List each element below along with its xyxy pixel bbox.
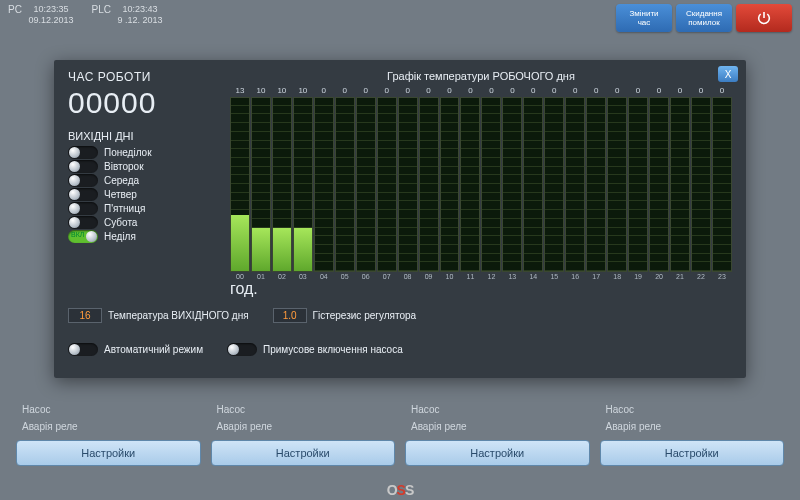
- bar-12[interactable]: [481, 97, 501, 272]
- day-toggle-6[interactable]: [68, 230, 98, 243]
- reset-errors-button[interactable]: Скидання помилок: [676, 4, 732, 32]
- hysteresis-value[interactable]: 1.0: [273, 308, 307, 323]
- bar-13[interactable]: [502, 97, 522, 272]
- bar-05[interactable]: [335, 97, 355, 272]
- day-label: Субота: [104, 217, 137, 228]
- bar-20[interactable]: [649, 97, 669, 272]
- day-label: Вівторок: [104, 161, 144, 172]
- day-toggle-0[interactable]: [68, 146, 98, 159]
- chart-title: Графік температури РОБОЧОГО дня: [230, 70, 732, 82]
- day-toggle-1[interactable]: [68, 160, 98, 173]
- pc-label: PC: [8, 4, 22, 15]
- schedule-modal: X ЧАС РОБОТИ 00000 ВИХІДНІ ДНІ Понеділок…: [54, 60, 746, 378]
- x-axis-unit: год.: [230, 280, 258, 297]
- bar-17[interactable]: [586, 97, 606, 272]
- bar-08[interactable]: [398, 97, 418, 272]
- day-toggle-5[interactable]: [68, 216, 98, 229]
- auto-mode-label: Автоматичний режим: [104, 344, 203, 355]
- plc-clock: PLC 10:23:439 .12. 2013: [91, 4, 162, 26]
- day-label: П'ятниця: [104, 203, 145, 214]
- bar-19[interactable]: [628, 97, 648, 272]
- bar-01[interactable]: [251, 97, 271, 272]
- bar-03[interactable]: [293, 97, 313, 272]
- change-time-button[interactable]: Змінити час: [616, 4, 672, 32]
- bar-22[interactable]: [691, 97, 711, 272]
- day-label: Понеділок: [104, 147, 152, 158]
- bar-00[interactable]: [230, 97, 250, 272]
- footer-logo: OSS: [387, 482, 414, 498]
- day-toggle-4[interactable]: [68, 202, 98, 215]
- bar-04[interactable]: [314, 97, 334, 272]
- bar-16[interactable]: [565, 97, 585, 272]
- bar-02[interactable]: [272, 97, 292, 272]
- hysteresis-label: Гістерезис регулятора: [313, 310, 416, 321]
- settings-button[interactable]: Настройки: [211, 440, 396, 466]
- settings-button[interactable]: Настройки: [600, 440, 785, 466]
- bar-15[interactable]: [544, 97, 564, 272]
- day-label: Неділя: [104, 231, 136, 242]
- weekend-days-label: ВИХІДНІ ДНІ: [68, 130, 218, 142]
- work-time-label: ЧАС РОБОТИ: [68, 70, 218, 84]
- temperature-bar-chart[interactable]: [230, 97, 732, 272]
- bar-10[interactable]: [440, 97, 460, 272]
- day-label: Середа: [104, 175, 139, 186]
- relay-fault-status: Аварія реле: [16, 419, 201, 434]
- pump-status: Насос: [16, 402, 201, 417]
- bar-06[interactable]: [356, 97, 376, 272]
- weekend-temp-label: Температура ВИХІДНОГО дня: [108, 310, 249, 321]
- day-label: Четвер: [104, 189, 137, 200]
- day-toggle-2[interactable]: [68, 174, 98, 187]
- bar-07[interactable]: [377, 97, 397, 272]
- day-toggle-3[interactable]: [68, 188, 98, 201]
- bar-11[interactable]: [460, 97, 480, 272]
- bar-18[interactable]: [607, 97, 627, 272]
- force-pump-label: Примусове включення насоса: [263, 344, 403, 355]
- work-time-value: 00000: [68, 86, 218, 120]
- bar-21[interactable]: [670, 97, 690, 272]
- settings-button[interactable]: Настройки: [16, 440, 201, 466]
- auto-mode-toggle[interactable]: [68, 343, 98, 356]
- plc-label: PLC: [91, 4, 110, 15]
- power-icon: [756, 10, 772, 26]
- bar-09[interactable]: [419, 97, 439, 272]
- pc-clock: PC 10:23:3509.12.2013: [8, 4, 73, 26]
- bar-23[interactable]: [712, 97, 732, 272]
- weekend-temp-value[interactable]: 16: [68, 308, 102, 323]
- force-pump-toggle[interactable]: [227, 343, 257, 356]
- bar-14[interactable]: [523, 97, 543, 272]
- power-button[interactable]: [736, 4, 792, 32]
- settings-button[interactable]: Настройки: [405, 440, 590, 466]
